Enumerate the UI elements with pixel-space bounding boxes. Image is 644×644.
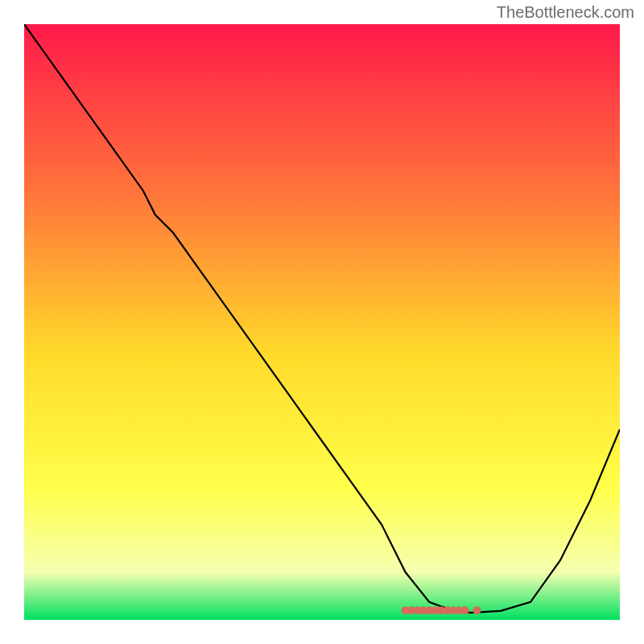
- plot-area: [24, 24, 620, 620]
- watermark-text: TheBottleneck.com: [497, 3, 634, 22]
- gradient-background: [24, 24, 620, 620]
- optimal-marker-point: [461, 606, 469, 614]
- optimal-marker-point: [473, 606, 481, 614]
- chart-svg: [24, 24, 620, 620]
